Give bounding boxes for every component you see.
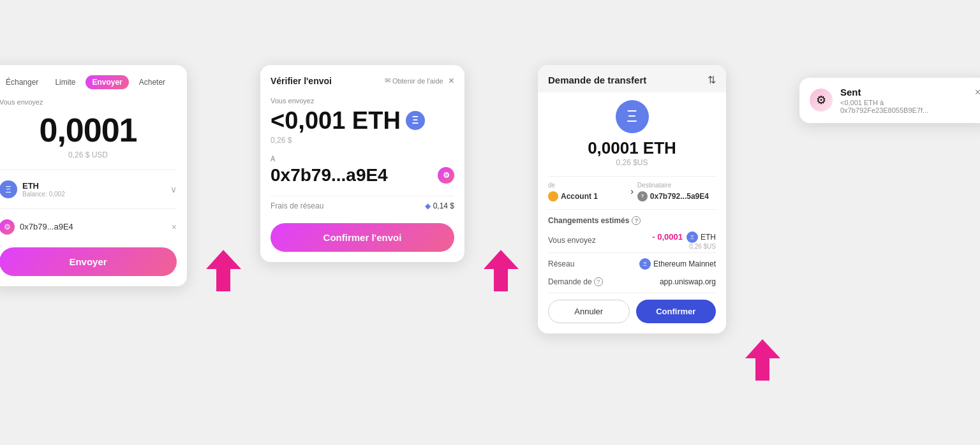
address-text: 0x7b79...a9E4: [20, 222, 167, 231]
account-coin-icon: [548, 191, 558, 201]
panel-verify: Vérifier l'envoi ✉ Obtenir de l'aide × V…: [260, 65, 464, 262]
fee-row: Frais de réseau ◆ 0,14 $: [271, 196, 454, 215]
transfer-amount: 0,0001 ETH: [548, 138, 716, 158]
change-row: Vous envoyez - 0,0001 Ξ ETH 0,26 $US: [548, 229, 716, 252]
from-to-row: de Account 1 › Destinataire ? 0x7b792...…: [548, 176, 716, 207]
scene: Échanger Limite Envoyer Acheter Vous env…: [0, 65, 980, 381]
from-label: de: [548, 182, 627, 189]
clear-address-icon[interactable]: ×: [172, 222, 177, 232]
network-eth-icon: Ξ: [639, 258, 651, 270]
svg-marker-2: [745, 339, 780, 381]
verify-amount-usd: 0,26 $: [271, 136, 454, 145]
fee-value: ◆ 0,14 $: [425, 201, 454, 210]
panel-transfer: Demande de transfert ⇅ Ξ 0,0001 ETH 0,26…: [538, 65, 726, 333]
panel-sent: ⚙ Sent <0,001 ETH à 0x7b792Fe23E8055B9E7…: [799, 78, 980, 123]
fee-label: Frais de réseau: [271, 201, 323, 210]
arrow-right-icon: ›: [630, 186, 634, 196]
token-name: ETH: [22, 181, 65, 191]
chevron-down-icon: ∨: [170, 184, 177, 194]
sent-close-button[interactable]: ×: [975, 87, 980, 98]
tab-buy[interactable]: Acheter: [133, 75, 172, 89]
arrow-3-container: [745, 339, 780, 381]
to-col-label: Destinataire: [637, 182, 716, 189]
close-button[interactable]: ×: [449, 75, 454, 87]
request-label: Demande de ?: [548, 277, 603, 286]
change-label: Vous envoyez: [548, 236, 596, 245]
fee-amount: 0,14 $: [433, 201, 454, 210]
change-amount-row: - 0,0001 Ξ ETH: [652, 231, 716, 243]
network-name: Ethereum Mainnet: [653, 259, 716, 268]
svg-marker-0: [206, 250, 241, 291]
diamond-icon: ◆: [425, 201, 431, 210]
to-label: À: [271, 155, 454, 163]
arrow-1-container: [206, 250, 241, 291]
sent-text: Sent <0,001 ETH à 0x7b792Fe23E8055B9E7f.…: [840, 87, 967, 114]
arrow-3-icon: [745, 339, 780, 381]
request-info-icon: ?: [594, 277, 603, 286]
changes-title: Changements estimés ?: [548, 216, 716, 225]
to-address-gear-icon[interactable]: ⚙: [438, 167, 454, 184]
help-text: Obtenir de l'aide: [392, 77, 443, 85]
header-right: ✉ Obtenir de l'aide ×: [385, 75, 454, 87]
network-row: Réseau Ξ Ethereum Mainnet: [548, 252, 716, 275]
amount-usd-display: 0,26 $ USD: [0, 150, 177, 159]
verify-header: Vérifier l'envoi ✉ Obtenir de l'aide ×: [271, 75, 454, 87]
to-address-text: 0x7b79...a9E4: [271, 165, 388, 186]
token-row[interactable]: Ξ ETH Balance: 0,002 ∨: [0, 175, 177, 203]
arrow-2-container: [484, 250, 519, 291]
to-account: ? 0x7b792...5a9E4: [637, 191, 716, 201]
transfer-usd: 0,26 $US: [548, 158, 716, 167]
transfer-header: Demande de transfert ⇅: [538, 65, 726, 92]
address-row: ⚙ 0x7b79...a9E4 ×: [0, 214, 177, 240]
network-label: Réseau: [548, 259, 574, 268]
transfer-title: Demande de transfert: [548, 75, 646, 85]
info-icon: ?: [632, 216, 641, 225]
to-col: Destinataire ? 0x7b792...5a9E4: [637, 182, 716, 201]
eth-large-icon: Ξ: [616, 100, 649, 133]
help-link[interactable]: ✉ Obtenir de l'aide: [385, 77, 443, 85]
tab-exchange[interactable]: Échanger: [0, 75, 45, 89]
eth-icon: Ξ: [0, 180, 17, 198]
address-gear-icon: ⚙: [0, 219, 15, 235]
confirm-send-button[interactable]: Confirmer l'envoi: [271, 223, 454, 252]
you-send-label-2: Vous envoyez: [271, 97, 454, 105]
token-details: ETH Balance: 0,002: [22, 181, 65, 198]
sent-subtitle: <0,001 ETH à 0x7b792Fe23E8055B9E7f...: [840, 99, 967, 114]
to-address-row: 0x7b79...a9E4 ⚙: [271, 165, 454, 186]
send-button[interactable]: Envoyer: [0, 247, 177, 276]
tab-limit[interactable]: Limite: [48, 75, 82, 89]
help-icon: ✉: [385, 77, 390, 85]
you-send-label-1: Vous envoyez: [0, 98, 177, 106]
from-account: Account 1: [548, 191, 627, 201]
panel-send: Échanger Limite Envoyer Acheter Vous env…: [0, 65, 187, 286]
change-usd: 0,26 $US: [652, 243, 716, 250]
sent-icon-wrapper: ⚙: [810, 89, 833, 112]
eth-small-icon: Ξ: [687, 231, 698, 243]
token-info: Ξ ETH Balance: 0,002: [0, 180, 65, 198]
to-address-short: 0x7b792...5a9E4: [650, 192, 709, 201]
changes-section: Changements estimés ? Vous envoyez - 0,0…: [548, 209, 716, 252]
transfer-body: Ξ 0,0001 ETH 0,26 $US de Account 1 › Des…: [538, 92, 726, 333]
verify-amount: <0,001 ETH Ξ: [271, 107, 454, 135]
tabs: Échanger Limite Envoyer Acheter: [0, 75, 177, 89]
transfer-settings-icon[interactable]: ⇅: [708, 74, 716, 86]
sent-gear-icon: ⚙: [816, 93, 826, 107]
network-value: Ξ Ethereum Mainnet: [639, 258, 716, 270]
amount-display: 0,0001: [0, 111, 177, 149]
confirm-button[interactable]: Confirmer: [636, 300, 716, 323]
arrow-2-icon: [484, 250, 519, 291]
eth-badge-icon: Ξ: [406, 111, 425, 130]
request-row: Demande de ? app.uniswap.org: [548, 275, 716, 293]
tab-send[interactable]: Envoyer: [85, 75, 128, 89]
verify-title: Vérifier l'envoi: [271, 76, 332, 86]
change-token: Ξ ETH: [687, 231, 716, 243]
cancel-button[interactable]: Annuler: [548, 300, 630, 323]
action-buttons: Annuler Confirmer: [548, 293, 716, 326]
request-value: app.uniswap.org: [660, 277, 716, 286]
from-col: de Account 1: [548, 182, 627, 201]
change-value-group: - 0,0001 Ξ ETH 0,26 $US: [652, 231, 716, 250]
token-balance: Balance: 0,002: [22, 191, 65, 198]
change-negative-value: - 0,0001: [652, 232, 683, 242]
arrow-1-icon: [206, 250, 241, 291]
recipient-coin-icon: ?: [637, 191, 648, 201]
